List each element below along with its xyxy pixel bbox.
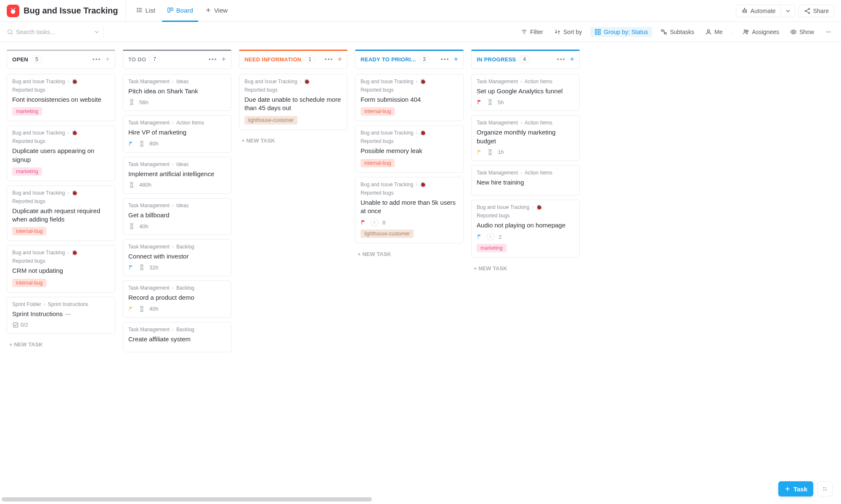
view-tab-board[interactable]: Board <box>162 0 198 22</box>
task-card[interactable]: Task Management›BacklogCreate affiliate … <box>123 322 231 352</box>
search-dropdown[interactable] <box>90 26 104 38</box>
column-header[interactable]: NEED INFORMATION 1 ••• + <box>239 50 348 69</box>
separator-dot: · <box>731 29 734 35</box>
task-card[interactable]: Bug and Issue Tracking›🐞Reported bugsCRM… <box>7 245 115 292</box>
automate-dropdown[interactable] <box>781 5 795 17</box>
task-card[interactable]: Bug and Issue Tracking›🐞Reported bugsPos… <box>355 125 464 172</box>
automate-button[interactable]: Automate <box>736 5 781 17</box>
svg-point-32 <box>707 29 709 32</box>
column-menu[interactable]: ••• <box>557 56 566 63</box>
more-button[interactable] <box>822 27 834 37</box>
svg-point-36 <box>826 31 827 32</box>
card-title: Get a billboard <box>128 211 226 219</box>
me-button[interactable]: Me <box>703 27 725 37</box>
crumb-folder: Task Management <box>477 120 518 126</box>
task-card[interactable]: Task Management›IdeasPitch idea on Shark… <box>123 74 231 111</box>
card-tag[interactable]: internal-bug <box>12 279 46 287</box>
column-accent <box>7 50 115 51</box>
card-breadcrumb: Task Management›Action Items <box>128 120 226 126</box>
card-meta: 80h <box>128 140 226 147</box>
sort-icon <box>554 29 561 35</box>
column-add-task[interactable]: + <box>337 55 342 63</box>
svg-point-35 <box>793 31 794 33</box>
task-card[interactable]: Task Management›IdeasImplement artificia… <box>123 157 231 194</box>
task-card[interactable]: Task Management›IdeasGet a billboard40h <box>123 198 231 235</box>
svg-line-22 <box>11 33 13 34</box>
crumb-list: Reported bugs <box>12 198 45 204</box>
crumb-folder: Task Management <box>128 120 170 126</box>
filter-icon <box>521 29 528 35</box>
task-card[interactable]: Task Management›Action ItemsSet up Googl… <box>471 74 580 111</box>
add-view[interactable]: View <box>200 0 233 22</box>
task-card[interactable]: Bug and Issue Tracking›🐞Reported bugsAud… <box>471 200 580 258</box>
group-by-button[interactable]: Group by: Status <box>590 27 652 37</box>
card-tag[interactable]: lighthouse-customer <box>244 116 297 124</box>
card-tag[interactable]: lighthouse-customer <box>361 230 414 238</box>
task-card[interactable]: Task Management›BacklogRecord a product … <box>123 280 231 317</box>
task-card[interactable]: Task Management›Action ItemsNew hire tra… <box>471 165 580 195</box>
column-menu[interactable]: ••• <box>325 56 334 63</box>
column-menu[interactable]: ••• <box>441 56 450 63</box>
crumb-list: Reported bugs <box>244 87 278 93</box>
card-tag[interactable]: internal-bug <box>12 227 46 235</box>
board-column: NEED INFORMATION 1 ••• + Bug and Issue T… <box>239 50 348 147</box>
task-card[interactable]: Bug and Issue Tracking›🐞Reported bugsDue… <box>239 74 348 130</box>
sort-by-button[interactable]: Sort by <box>552 27 584 37</box>
column-accent <box>355 50 464 51</box>
new-task-button[interactable]: + NEW TASK <box>239 134 348 147</box>
column-header[interactable]: OPEN 5 ••• + <box>7 50 115 69</box>
card-tag[interactable]: internal-bug <box>361 159 395 167</box>
card-meta: 480h <box>128 182 226 188</box>
hourglass-icon <box>487 149 493 156</box>
column-add-task[interactable]: + <box>221 55 226 63</box>
search-input[interactable] <box>16 29 83 35</box>
svg-rect-29 <box>599 32 601 34</box>
card-breadcrumb: Bug and Issue Tracking›🐞Reported bugs <box>12 79 110 93</box>
assignees-button[interactable]: Assignees <box>740 27 782 37</box>
column-add-task[interactable]: + <box>105 55 110 63</box>
task-card[interactable]: Bug and Issue Tracking›🐞Reported bugsUna… <box>355 177 464 244</box>
filter-button[interactable]: Filter <box>518 27 546 37</box>
column-add-task[interactable]: + <box>570 55 574 63</box>
priority-flag-icon <box>128 306 134 312</box>
show-label: Show <box>799 29 814 35</box>
card-tag[interactable]: marketing <box>12 167 42 176</box>
new-task-button[interactable]: + NEW TASK <box>355 248 464 261</box>
card-tag[interactable]: marketing <box>12 107 42 116</box>
column-header[interactable]: TO DO 7 ••• + <box>123 50 231 69</box>
card-title: Font inconsistencies on website <box>12 95 110 104</box>
task-card[interactable]: Bug and Issue Tracking›🐞Reported bugsDup… <box>7 125 115 181</box>
task-card[interactable]: Task Management›Action ItemsOrganize mon… <box>471 115 580 161</box>
column-add-task[interactable]: + <box>454 55 458 63</box>
task-card[interactable]: Task Management›BacklogConnect with inve… <box>123 239 231 276</box>
new-task-button[interactable]: + NEW TASK <box>471 262 580 275</box>
card-tag[interactable]: marketing <box>477 244 507 252</box>
task-card[interactable]: Sprint Folder›Sprint InstructionsSprint … <box>7 297 115 334</box>
task-card[interactable]: Bug and Issue Tracking›🐞Reported bugsFor… <box>355 74 464 121</box>
subtasks-icon <box>661 29 667 35</box>
card-tag[interactable]: internal-bug <box>361 107 395 116</box>
hourglass-icon <box>487 99 493 106</box>
column-menu[interactable]: ••• <box>209 56 218 63</box>
column-title: OPEN <box>12 56 28 63</box>
bug-icon: 🐞 <box>72 250 78 256</box>
task-card[interactable]: Bug and Issue Tracking›🐞Reported bugsDup… <box>7 185 115 241</box>
new-task-button[interactable]: + NEW TASK <box>7 338 115 351</box>
column-header[interactable]: READY TO PRIORI... 3 ••• + <box>355 50 464 69</box>
board-icon <box>167 7 174 13</box>
time-estimate: 1h <box>498 149 504 155</box>
subtasks-button[interactable]: Subtasks <box>658 27 697 37</box>
show-button[interactable]: Show <box>788 27 817 37</box>
card-breadcrumb: Bug and Issue Tracking›🐞Reported bugs <box>477 204 574 219</box>
task-card[interactable]: Bug and Issue Tracking›🐞Reported bugsFon… <box>7 74 115 121</box>
hourglass-icon <box>128 223 135 230</box>
column-menu[interactable]: ••• <box>93 56 101 63</box>
share-icon <box>804 8 811 14</box>
svg-rect-28 <box>595 32 597 34</box>
column-header[interactable]: IN PROGRESS 4 ••• + <box>471 50 580 69</box>
priority-flag-icon <box>128 141 134 147</box>
share-button[interactable]: Share <box>799 5 834 17</box>
view-tab-list[interactable]: List <box>131 0 160 22</box>
count-value: 2 <box>499 234 501 240</box>
task-card[interactable]: Task Management›Action ItemsHire VP of m… <box>123 115 231 152</box>
